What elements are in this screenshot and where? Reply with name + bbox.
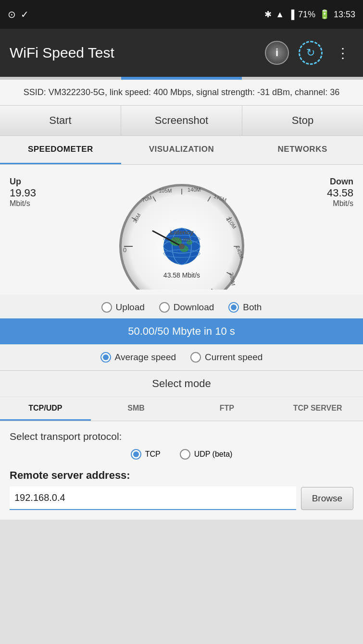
main-tabs: SPEEDOMETER VISUALIZATION NETWORKS [0, 136, 363, 165]
status-bar: ⊙ ✓ ✱ ▲ ▐ 71% 🔋 13:53 [0, 0, 363, 29]
server-address-input[interactable] [10, 486, 296, 510]
select-mode-label: Select mode [0, 371, 363, 397]
download-radio-option[interactable]: Download [159, 302, 214, 313]
current-speed-radio[interactable] [190, 352, 201, 363]
gauge-container: 0 35M 70M 105M 140M 175M [53, 174, 310, 290]
both-radio-label: Both [243, 302, 262, 313]
tab-seg-1 [0, 77, 121, 80]
bluetooth-icon: ✱ [264, 9, 272, 20]
browse-button[interactable]: Browse [301, 487, 353, 510]
transport-label: Select transport protocol: [10, 431, 353, 442]
upload-speed: Up 19.93 Mbit/s [5, 174, 53, 210]
svg-point-31 [179, 243, 185, 249]
down-unit: Mbit/s [315, 199, 353, 208]
check-icon: ✓ [21, 9, 29, 20]
start-button[interactable]: Start [0, 106, 121, 135]
speed-type-section: Average speed Current speed [0, 344, 363, 371]
both-radio-option[interactable]: Both [228, 302, 262, 313]
udp-label: UDP (beta) [194, 450, 233, 459]
svg-text:Latency: Latency [170, 229, 194, 236]
menu-button[interactable]: ⋮ [332, 41, 353, 65]
average-speed-label: Average speed [115, 352, 176, 363]
up-value: 19.93 [10, 187, 48, 199]
average-speed-dot [103, 354, 109, 360]
status-right-info: ✱ ▲ ▐ 71% 🔋 13:53 [264, 9, 355, 20]
mode-radio-section: Upload Download Both [0, 294, 363, 318]
svg-text:0: 0 [123, 246, 126, 254]
wifi-icon: ▲ [275, 10, 284, 20]
protocol-tabs: TCP/UDP SMB FTP TCP SERVER [0, 397, 363, 421]
battery-percent: 71% [298, 10, 315, 20]
transport-radios: TCP UDP (beta) [10, 449, 353, 460]
current-speed-label: Current speed [205, 352, 263, 363]
svg-text:140M: 140M [188, 187, 201, 193]
tab-indicator-bar [0, 77, 363, 80]
download-radio[interactable] [159, 302, 170, 313]
average-speed-option[interactable]: Average speed [100, 352, 176, 363]
tab-tcpudp[interactable]: TCP/UDP [0, 397, 91, 421]
tab-seg-3 [242, 77, 363, 80]
speedometer-section: Up 19.93 Mbit/s [0, 165, 363, 294]
tcp-radio-dot [133, 451, 139, 457]
refresh-button[interactable]: ↻ [299, 41, 323, 65]
info-button[interactable]: i [265, 41, 289, 65]
tcp-radio[interactable] [131, 449, 141, 460]
transport-section: Select transport protocol: TCP UDP (beta… [0, 421, 363, 520]
upload-radio-option[interactable]: Upload [101, 302, 145, 313]
tab-networks[interactable]: NETWORKS [242, 136, 363, 164]
chrome-icon: ⊙ [8, 9, 16, 20]
tab-seg-2 [121, 77, 242, 80]
up-label: Up [10, 177, 48, 187]
signal-icon: ▐ [288, 10, 294, 20]
tab-tcpserver[interactable]: TCP SERVER [272, 397, 363, 421]
info-bar: 50.00/50 Mbyte in 10 s [0, 318, 363, 344]
remote-server-label: Remote server address: [10, 469, 353, 482]
svg-text:43.58 Mbit/s: 43.58 Mbit/s [163, 271, 200, 279]
speedometer-gauge: 0 35M 70M 105M 140M 175M [110, 174, 254, 290]
action-buttons: Start Screenshot Stop [0, 106, 363, 136]
battery-icon: 🔋 [319, 9, 330, 20]
speed-display: Up 19.93 Mbit/s [5, 174, 358, 290]
screenshot-button[interactable]: Screenshot [121, 106, 242, 135]
network-info: SSID: VM322230-5G, link speed: 400 Mbps,… [0, 80, 363, 106]
svg-text:N/A ms: N/A ms [172, 236, 191, 243]
average-speed-radio[interactable] [100, 352, 111, 363]
down-label: Down [315, 177, 353, 187]
tab-smb[interactable]: SMB [91, 397, 182, 421]
current-speed-option[interactable]: Current speed [190, 352, 263, 363]
both-radio-dot [231, 304, 237, 310]
tcp-label: TCP [145, 450, 161, 459]
main-content: SSID: VM322230-5G, link speed: 400 Mbps,… [0, 80, 363, 520]
tab-visualization[interactable]: VISUALIZATION [121, 136, 242, 164]
udp-radio-option[interactable]: UDP (beta) [180, 449, 233, 460]
clock: 13:53 [334, 10, 355, 20]
udp-radio[interactable] [180, 449, 190, 460]
upload-radio[interactable] [101, 302, 112, 313]
stop-button[interactable]: Stop [242, 106, 363, 135]
download-speed: Down 43.58 Mbit/s [310, 174, 358, 210]
down-value: 43.58 [315, 187, 353, 199]
tcp-radio-option[interactable]: TCP [131, 449, 161, 460]
tab-speedometer[interactable]: SPEEDOMETER [0, 136, 121, 164]
status-left-icons: ⊙ ✓ [8, 9, 29, 20]
server-input-row: Browse [10, 486, 353, 510]
app-title: WiFi Speed Test [10, 45, 255, 61]
up-unit: Mbit/s [10, 199, 48, 208]
svg-text:105M: 105M [159, 188, 172, 194]
app-bar: WiFi Speed Test i ↻ ⋮ [0, 29, 363, 77]
upload-radio-label: Upload [116, 302, 145, 313]
tab-ftp[interactable]: FTP [182, 397, 273, 421]
download-radio-label: Download [174, 302, 214, 313]
both-radio[interactable] [228, 302, 239, 313]
